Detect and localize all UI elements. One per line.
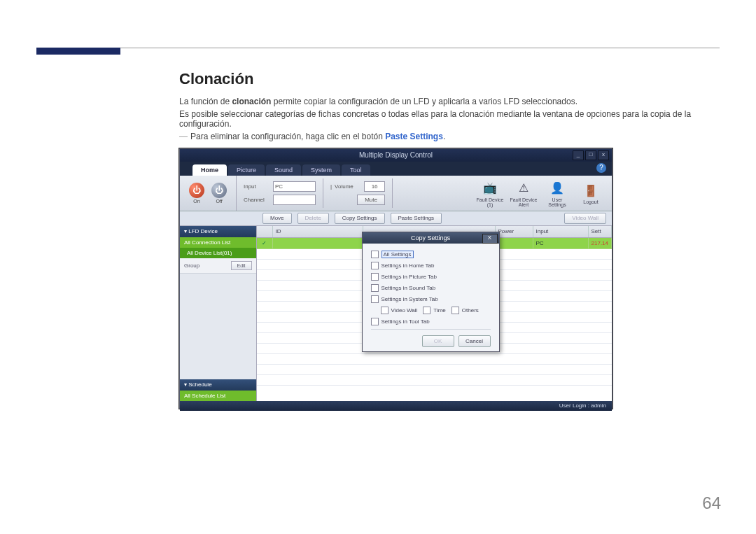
input-select[interactable]: PC — [273, 181, 316, 192]
chk-system-sub-row: Video Wall Time Others — [381, 307, 491, 314]
dialog-buttons: OK Cancel — [371, 335, 491, 347]
alert-icon: ⚠ — [515, 180, 532, 197]
row-settings-value: 217.14 — [589, 238, 612, 248]
input-label: Input — [244, 183, 270, 190]
chk-all-settings[interactable]: All Settings — [371, 251, 491, 258]
input-channel-group: Input PC Channel — [237, 178, 323, 208]
dialog-body: All Settings Settings in Home Tab Settin… — [363, 244, 499, 351]
paste-settings-link: Paste Settings — [385, 132, 443, 141]
sidebar-item-all-connection[interactable]: All Connection List — [180, 237, 256, 248]
chk-tool-tab[interactable]: Settings in Tool Tab — [371, 318, 491, 325]
chk-video-wall[interactable]: Video Wall — [381, 307, 418, 314]
chk-time[interactable]: Time — [423, 307, 445, 314]
power-group: ⏻ On ⏻ Off — [180, 176, 237, 211]
dialog-title: Copy Settings X — [363, 232, 499, 244]
volume-group: | Volume 16 Mute — [323, 178, 393, 208]
tab-sound[interactable]: Sound — [266, 164, 301, 176]
minimize-button[interactable]: _ — [573, 150, 584, 160]
power-on-icon: ⏻ — [189, 183, 204, 198]
sidebar: ▾ LFD Device All Connection List All Dev… — [180, 226, 257, 401]
tab-home[interactable]: Home — [192, 164, 227, 176]
intro-paragraph-2: Es posible seleccionar categorías de fic… — [179, 109, 718, 129]
window-controls: _ □ x — [573, 150, 609, 160]
delete-button[interactable]: Delete — [298, 213, 329, 224]
sidebar-spacer — [180, 273, 256, 379]
app-titlebar: Multiple Display Control _ □ x — [180, 149, 612, 162]
user-icon: 👤 — [549, 180, 566, 197]
maximize-button[interactable]: □ — [585, 150, 596, 160]
chk-others[interactable]: Others — [451, 307, 479, 314]
main-grid: ID Power Input Sett ✓ PC 217.14 — [257, 226, 612, 401]
sidebar-group-label: Group — [184, 262, 200, 269]
volume-label: Volume — [335, 183, 361, 190]
fault-device-button[interactable]: 📺 Fault Device (1) — [476, 180, 504, 207]
dialog-ok-button[interactable]: OK — [422, 335, 454, 347]
copy-settings-button[interactable]: Copy Settings — [335, 213, 385, 224]
content-area: Clonación La función de clonación permit… — [179, 70, 718, 409]
col-settings[interactable]: Sett — [589, 226, 612, 237]
dialog-close-button[interactable]: X — [482, 234, 498, 244]
chk-sound-tab[interactable]: Settings in Sound Tab — [371, 284, 491, 292]
col-power[interactable]: Power — [496, 226, 533, 237]
tab-tool[interactable]: Tool — [342, 164, 370, 176]
sidebar-edit-button[interactable]: Edit — [231, 261, 252, 270]
logout-button[interactable]: 🚪 Logout — [577, 182, 605, 204]
mute-button[interactable]: Mute — [357, 195, 385, 205]
door-icon: 🚪 — [582, 182, 599, 199]
chk-home-tab[interactable]: Settings in Home Tab — [371, 262, 491, 269]
note-line: ―Para eliminar la configuración, haga cl… — [179, 132, 718, 141]
monitor-icon: 📺 — [482, 180, 498, 197]
sidebar-group-row: Group Edit — [180, 258, 256, 273]
app-window: Multiple Display Control _ □ x Home Pict… — [179, 148, 612, 409]
paste-settings-button[interactable]: Paste Settings — [391, 213, 442, 224]
col-input[interactable]: Input — [533, 226, 589, 237]
sidebar-item-all-device[interactable]: All Device List(01) — [180, 248, 256, 258]
tab-system[interactable]: System — [302, 164, 340, 176]
toolbar-right-icons: 📺 Fault Device (1) ⚠ Fault Device Alert … — [476, 180, 612, 207]
fault-alert-button[interactable]: ⚠ Fault Device Alert — [510, 180, 538, 207]
power-off-icon: ⏻ — [211, 183, 227, 198]
sidebar-header-schedule[interactable]: ▾ Schedule — [180, 379, 256, 391]
help-icon[interactable]: ? — [596, 163, 606, 173]
tabs-row: Home Picture Sound System Tool ? — [180, 162, 612, 176]
volume-value[interactable]: 16 — [364, 181, 385, 192]
sidebar-item-all-schedule[interactable]: All Schedule List — [180, 391, 256, 401]
close-button[interactable]: x — [598, 150, 609, 160]
tab-picture[interactable]: Picture — [228, 164, 265, 176]
header-rule — [36, 48, 720, 48]
chk-system-tab[interactable]: Settings in System Tab — [371, 295, 491, 303]
status-bar: User Login : admin — [180, 401, 612, 411]
sidebar-header-lfd[interactable]: ▾ LFD Device — [180, 226, 256, 237]
header-accent-block — [36, 48, 120, 55]
channel-select[interactable] — [273, 195, 316, 205]
chk-picture-tab[interactable]: Settings in Picture Tab — [371, 273, 491, 281]
channel-label: Channel — [244, 197, 270, 203]
toolbar: ⏻ On ⏻ Off Input PC Channel — [180, 176, 612, 211]
copy-settings-dialog: Copy Settings X All Settings Settings in… — [362, 232, 500, 352]
col-id[interactable]: ID — [273, 226, 363, 237]
row-check-icon: ✓ — [257, 238, 273, 248]
video-wall-button[interactable]: Video Wall — [564, 213, 606, 224]
action-bar: Move Delete Copy Settings Paste Settings… — [180, 211, 612, 226]
vol-sep: | — [330, 183, 332, 190]
dialog-cancel-button[interactable]: Cancel — [458, 335, 491, 347]
dialog-separator — [371, 329, 491, 330]
page-number: 64 — [702, 493, 721, 513]
row-input-value: PC — [533, 238, 589, 248]
move-button[interactable]: Move — [262, 213, 292, 224]
power-on-button[interactable]: ⏻ On — [187, 183, 206, 204]
power-off-button[interactable]: ⏻ Off — [209, 183, 229, 204]
intro-paragraph-1: La función de clonación permite copiar l… — [179, 97, 718, 106]
user-settings-button[interactable]: 👤 User Settings — [543, 180, 571, 207]
page-title: Clonación — [179, 70, 718, 88]
app-body: ▾ LFD Device All Connection List All Dev… — [180, 226, 612, 401]
